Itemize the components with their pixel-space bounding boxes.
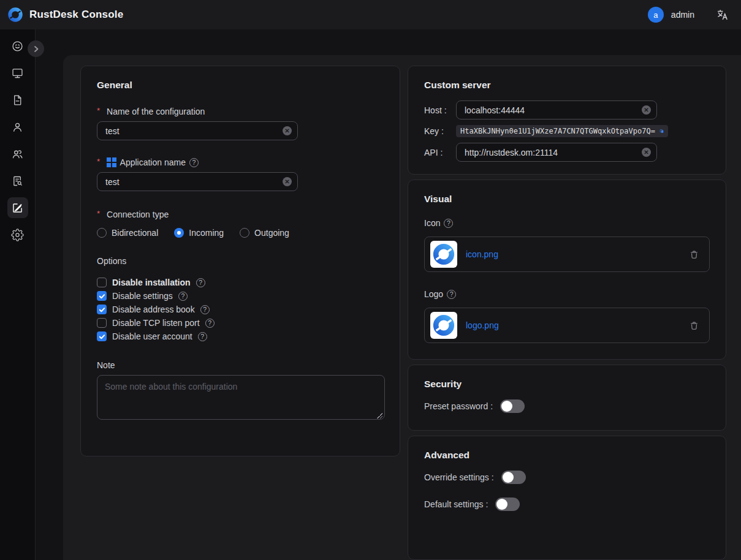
api-row: API : ✕: [424, 143, 710, 162]
help-icon[interactable]: ?: [444, 219, 453, 228]
help-icon[interactable]: ?: [205, 319, 215, 328]
clear-icon[interactable]: ✕: [283, 177, 292, 186]
resize-handle-icon[interactable]: [376, 412, 382, 418]
option-disable-settings[interactable]: Disable settings ?: [97, 289, 384, 303]
host-row: Host : ✕: [424, 100, 710, 119]
default-settings-toggle[interactable]: [495, 498, 520, 511]
smiley-icon: [11, 40, 24, 53]
rustdesk-logo-icon: [7, 7, 23, 23]
host-input[interactable]: ✕: [456, 100, 657, 119]
general-title: General: [97, 80, 384, 91]
trash-icon: [689, 249, 699, 260]
user-icon: [11, 121, 24, 134]
monitor-icon: [11, 67, 24, 80]
connection-type-label: Connection type: [97, 210, 384, 219]
radio-icon[interactable]: [97, 228, 107, 238]
note-input-wrap: [97, 375, 385, 422]
options-label: Options: [97, 256, 384, 266]
connection-type-group: Bidirectional Incoming Outgoing: [97, 228, 384, 238]
sidebar-item-logs[interactable]: [7, 170, 28, 191]
help-icon[interactable]: ?: [196, 278, 205, 287]
server-key-value: HtaXBkJNHyn0e1U1jWXze7A7CN7QTGWqxkOtpaVp…: [460, 127, 655, 135]
advanced-card: Advanced Override settings : Default set…: [408, 436, 726, 560]
delete-logo-button[interactable]: [689, 320, 699, 331]
application-name-input[interactable]: ✕: [97, 172, 298, 191]
override-settings-row: Override settings :: [424, 471, 710, 484]
radio-bidirectional[interactable]: Bidirectional: [97, 228, 158, 238]
custom-server-card: Custom server Host : ✕ Key : HtaXBkJNHyn…: [408, 66, 726, 175]
default-settings-label: Default settings :: [424, 499, 488, 509]
clear-icon[interactable]: ✕: [642, 105, 651, 115]
option-disable-address-book[interactable]: Disable address book ?: [97, 303, 384, 316]
application-name-field[interactable]: [105, 177, 279, 187]
rustdesk-logo-icon: [432, 243, 455, 266]
config-name-field[interactable]: [105, 126, 279, 136]
custom-server-title: Custom server: [424, 80, 710, 91]
icon-label: Icon ?: [424, 218, 710, 228]
help-icon[interactable]: ?: [200, 305, 210, 314]
checkbox-icon[interactable]: [97, 318, 107, 328]
sidebar-item-settings[interactable]: [7, 224, 28, 245]
document-icon: [11, 94, 24, 107]
preset-password-toggle[interactable]: [500, 399, 525, 413]
general-card: General Name of the configuration ✕ Appl…: [80, 66, 400, 456]
clear-icon[interactable]: ✕: [642, 148, 651, 157]
main-area: General Name of the configuration ✕ Appl…: [36, 29, 741, 560]
edit-square-icon: [11, 202, 24, 214]
radio-incoming[interactable]: Incoming: [174, 228, 224, 238]
application-name-label: Application name ?: [97, 157, 384, 167]
logo-thumbnail: [430, 312, 457, 339]
key-row: Key : HtaXBkJNHyn0e1U1jWXze7A7CN7QTGWqxk…: [424, 125, 710, 137]
logo-file-link[interactable]: logo.png: [466, 320, 499, 330]
checkbox-icon[interactable]: [97, 278, 107, 287]
security-title: Security: [424, 379, 710, 390]
clear-icon[interactable]: ✕: [283, 126, 292, 135]
app-title: RustDesk Console: [29, 9, 123, 21]
logo-label: Logo ?: [424, 289, 710, 299]
radio-outgoing[interactable]: Outgoing: [240, 228, 289, 238]
sidebar-item-custom-clients[interactable]: [7, 197, 28, 218]
preset-password-row: Preset password :: [424, 399, 710, 413]
api-input[interactable]: ✕: [456, 143, 657, 162]
api-label: API :: [424, 148, 456, 157]
sidebar-item-groups[interactable]: [7, 143, 28, 164]
option-disable-tcp-listen-port[interactable]: Disable TCP listen port ?: [97, 316, 384, 330]
option-disable-installation[interactable]: Disable installation ?: [97, 276, 384, 289]
preset-password-label: Preset password :: [424, 401, 493, 411]
note-textarea[interactable]: [97, 375, 385, 420]
host-label: Host :: [424, 105, 456, 115]
override-settings-toggle[interactable]: [501, 471, 526, 484]
help-icon[interactable]: ?: [447, 290, 456, 299]
chevron-right-icon: [32, 45, 40, 53]
rustdesk-logo-icon: [432, 314, 455, 337]
override-settings-label: Override settings :: [424, 472, 494, 482]
delete-icon-button[interactable]: [689, 249, 699, 260]
host-field[interactable]: [465, 105, 638, 115]
api-field[interactable]: [465, 148, 638, 157]
radio-icon[interactable]: [240, 228, 249, 238]
sidebar-item-dashboard[interactable]: [7, 36, 28, 56]
help-icon[interactable]: ?: [189, 158, 199, 167]
advanced-title: Advanced: [424, 450, 710, 461]
config-name-input[interactable]: ✕: [97, 121, 298, 140]
option-disable-user-account[interactable]: Disable user account ?: [97, 330, 384, 343]
checkbox-icon[interactable]: [97, 331, 107, 341]
document-search-icon: [11, 175, 24, 187]
icon-file-link[interactable]: icon.png: [466, 249, 498, 259]
config-name-label: Name of the configuration: [97, 107, 384, 116]
gear-icon: [11, 229, 24, 241]
help-icon[interactable]: ?: [178, 292, 188, 301]
checkbox-icon[interactable]: [97, 305, 107, 314]
language-switch-button[interactable]: [716, 9, 729, 21]
checkbox-icon[interactable]: [97, 291, 107, 301]
sidebar: [0, 29, 36, 560]
sidebar-item-devices[interactable]: [7, 62, 28, 83]
sidebar-collapse-button[interactable]: [28, 40, 44, 57]
help-icon[interactable]: ?: [198, 332, 207, 341]
username[interactable]: admin: [671, 10, 694, 20]
radio-icon[interactable]: [174, 228, 184, 238]
avatar[interactable]: a: [648, 7, 664, 23]
copy-icon[interactable]: [659, 127, 664, 135]
sidebar-item-users[interactable]: [7, 116, 28, 137]
sidebar-item-audit[interactable]: [7, 89, 28, 110]
